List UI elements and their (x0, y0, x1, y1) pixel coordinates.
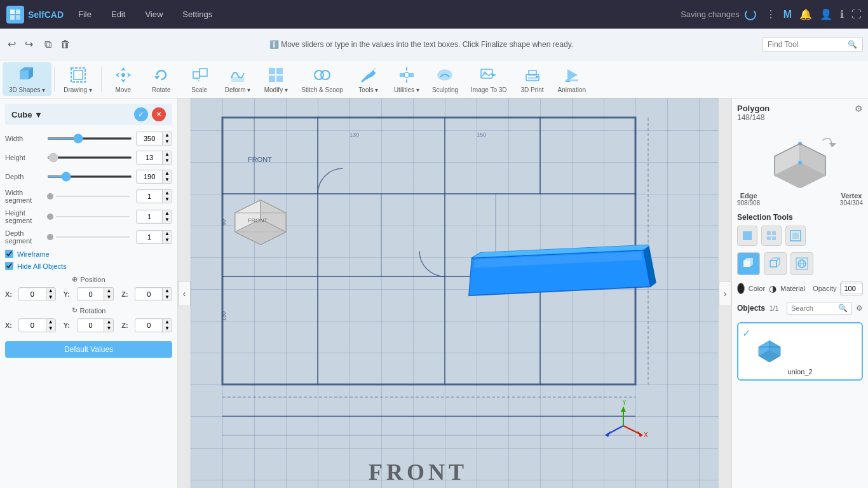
find-tool-input[interactable] (768, 40, 844, 49)
wireframe-label[interactable]: Wireframe (17, 250, 50, 258)
notification-icon[interactable]: 🔔 (799, 8, 812, 20)
objects-controls: 🔍 ⚙ (787, 302, 863, 315)
tool-drawing[interactable]: Drawing ▾ (57, 62, 98, 96)
width-down[interactable]: ▼ (162, 139, 172, 145)
height-input[interactable] (137, 152, 162, 163)
depth-slider[interactable] (47, 175, 132, 178)
objects-gear-icon[interactable]: ⚙ (856, 304, 863, 313)
canvas-area[interactable]: FRONT 130 150 90 130 FRONT (178, 98, 731, 488)
tool-scale[interactable]: Scale (180, 62, 219, 96)
tool-utilities[interactable]: Utilities ▾ (388, 62, 426, 96)
dseg-up[interactable]: ▲ (162, 231, 172, 237)
height-slider[interactable] (47, 156, 132, 159)
tool-tools[interactable]: Tools ▾ (349, 62, 388, 96)
selected-object[interactable] (468, 245, 659, 307)
info-icon[interactable]: ℹ (840, 8, 844, 20)
menu-settings[interactable]: Settings (177, 7, 217, 22)
menu-file[interactable]: File (73, 7, 97, 22)
user-icon[interactable]: 👤 (820, 8, 832, 20)
pos-y-input[interactable] (78, 289, 104, 299)
height-param-row: Height ▲ ▼ (5, 151, 172, 165)
default-values-button[interactable]: Default Values (5, 341, 172, 358)
ry-down[interactable]: ▼ (104, 325, 113, 332)
dropdown-arrow[interactable]: ▾ (36, 110, 41, 119)
rot-z-input[interactable] (135, 320, 162, 330)
rot-x-input[interactable] (19, 320, 46, 330)
depth-segment-input[interactable] (137, 232, 162, 242)
wseg-down[interactable]: ▼ (162, 196, 172, 203)
tool-3d-print[interactable]: 3D Print (513, 62, 552, 96)
render-solid-btn[interactable] (737, 252, 760, 275)
px-up[interactable]: ▲ (46, 288, 55, 294)
hseg-down[interactable]: ▼ (162, 217, 172, 223)
render-texture-btn[interactable] (790, 252, 813, 275)
tool-move[interactable]: Move (104, 62, 142, 96)
pos-x-input[interactable] (19, 289, 46, 299)
delete-button[interactable]: 🗑 (58, 36, 73, 53)
tool-sculpting[interactable]: Sculpting (426, 62, 465, 96)
copy-button[interactable]: ⧉ (42, 36, 54, 53)
find-tool-area[interactable]: 🔍 (762, 37, 863, 52)
fullscreen-icon[interactable]: ⛶ (851, 9, 862, 20)
material-row: Color ◑ Material Opacity ▲ ▼ (737, 281, 863, 295)
hide-all-label[interactable]: Hide All Objects (17, 262, 67, 270)
width-segment-input[interactable] (137, 191, 162, 201)
nav-left-arrow[interactable]: ‹ (178, 281, 191, 306)
py-down[interactable]: ▼ (104, 294, 113, 301)
cancel-panel-button[interactable]: ✕ (152, 107, 166, 121)
tool-3d-shapes[interactable]: 3D Shapes ▾ (3, 62, 51, 96)
tool-rotate[interactable]: Rotate (142, 62, 180, 96)
objects-search[interactable]: 🔍 (787, 302, 852, 315)
nav-right-arrow[interactable]: › (719, 281, 731, 306)
rot-y-input[interactable] (78, 320, 104, 330)
dseg-down[interactable]: ▼ (162, 237, 172, 243)
tool-stitch-scoop[interactable]: Stitch & Scoop (295, 62, 349, 96)
rz-down[interactable]: ▼ (162, 325, 172, 332)
opacity-input[interactable] (841, 283, 863, 294)
depth-up[interactable]: ▲ (162, 170, 172, 177)
material-icon[interactable]: ◑ (769, 283, 776, 294)
tool-modify[interactable]: Modify ▾ (257, 62, 295, 96)
menu-edit[interactable]: Edit (106, 7, 130, 22)
wseg-up[interactable]: ▲ (162, 190, 172, 196)
ry-up[interactable]: ▲ (104, 319, 113, 325)
render-wireframe-btn[interactable] (764, 252, 787, 275)
settings-gear-icon[interactable]: ⚙ (855, 104, 863, 114)
tool-animation[interactable]: Animation (552, 62, 592, 96)
rz-up[interactable]: ▲ (162, 319, 172, 325)
width-up[interactable]: ▲ (162, 132, 172, 139)
pos-z-input[interactable] (135, 289, 162, 299)
tool-deform[interactable]: Deform ▾ (219, 62, 257, 96)
height-down[interactable]: ▼ (162, 158, 172, 164)
sel-tool-1[interactable] (737, 226, 757, 246)
color-swatch[interactable] (737, 283, 745, 294)
medium-icon[interactable]: M (783, 9, 792, 20)
polygon-info: Polygon 148/148 (737, 104, 770, 122)
sel-tool-2[interactable] (761, 226, 782, 246)
pz-up[interactable]: ▲ (162, 288, 172, 294)
rx-down[interactable]: ▼ (46, 325, 55, 332)
menu-view[interactable]: View (140, 7, 168, 22)
width-input[interactable] (137, 133, 162, 144)
height-segment-input[interactable] (137, 212, 162, 222)
height-up[interactable]: ▲ (162, 151, 172, 158)
depth-down[interactable]: ▼ (162, 177, 172, 183)
undo-button[interactable]: ↩ (5, 36, 18, 53)
width-slider[interactable] (47, 137, 132, 140)
redo-button[interactable]: ↪ (22, 36, 36, 53)
hide-all-checkbox[interactable] (5, 262, 13, 270)
objects-search-input[interactable] (791, 304, 836, 312)
wireframe-checkbox[interactable] (5, 250, 13, 258)
py-up[interactable]: ▲ (104, 288, 113, 294)
share-icon[interactable]: ⋮ (766, 8, 776, 20)
rx-up[interactable]: ▲ (46, 319, 55, 325)
pz-down[interactable]: ▼ (162, 294, 172, 301)
confirm-button[interactable]: ✓ (134, 107, 148, 121)
tool-image-to-3d[interactable]: Image To 3D (465, 62, 513, 96)
object-item-union2[interactable]: ✓ union_2 (737, 322, 863, 381)
sel-tool-3[interactable] (785, 226, 806, 246)
depth-input[interactable] (137, 172, 162, 182)
px-down[interactable]: ▼ (46, 294, 55, 301)
hseg-up[interactable]: ▲ (162, 210, 172, 217)
svg-rect-93 (772, 231, 776, 235)
